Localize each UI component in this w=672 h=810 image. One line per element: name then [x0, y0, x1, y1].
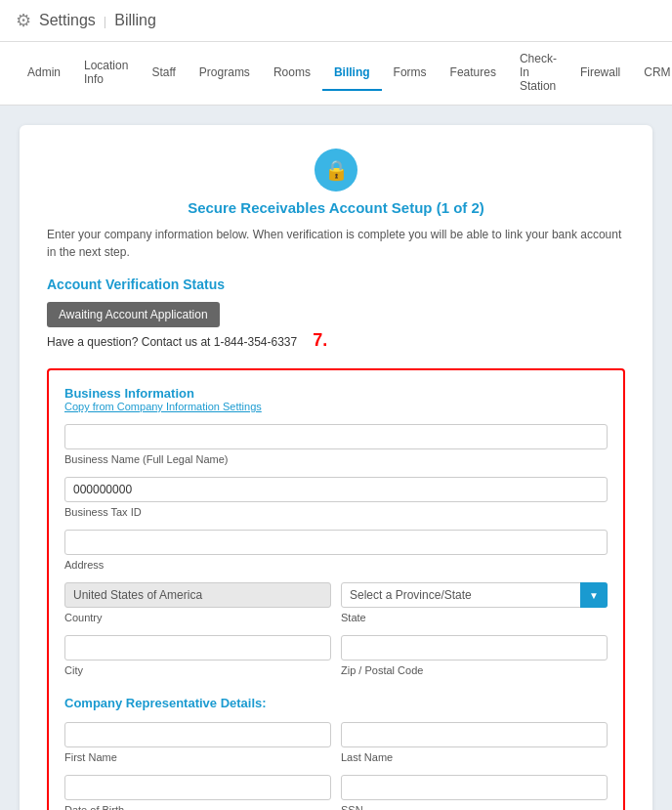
zip-col: Zip / Postal Code — [341, 635, 608, 688]
gear-icon: ⚙ — [16, 10, 31, 31]
nav-programs[interactable]: Programs — [188, 56, 262, 91]
last-name-label: Last Name — [341, 751, 608, 763]
nav-staff[interactable]: Staff — [140, 56, 187, 91]
settings-title: Settings — [39, 12, 96, 29]
state-label: State — [341, 612, 608, 623]
dob-ssn-row: Date of Birth SSN — [64, 775, 608, 810]
contact-text: Have a question? Contact us at 1-844-354… — [47, 335, 297, 349]
card-title: Secure Receivables Account Setup (1 of 2… — [47, 199, 625, 216]
dob-input[interactable] — [64, 775, 331, 800]
annotation-7: 7. — [313, 330, 327, 351]
zip-label: Zip / Postal Code — [341, 664, 608, 676]
lock-icon-wrap: 🔒 — [47, 149, 625, 192]
first-name-label: First Name — [64, 751, 331, 763]
city-group: City — [64, 635, 331, 676]
city-col: City — [64, 635, 331, 688]
tax-id-input[interactable] — [64, 477, 608, 502]
ssn-input[interactable] — [341, 775, 608, 800]
address-input[interactable] — [64, 530, 608, 555]
contact-row: Have a question? Contact us at 1-844-354… — [47, 327, 625, 353]
city-label: City — [64, 664, 331, 676]
billing-card: 🔒 Secure Receivables Account Setup (1 of… — [20, 125, 652, 810]
nav-billing[interactable]: Billing — [322, 56, 382, 91]
top-nav: Admin Location Info Staff Programs Rooms… — [0, 42, 672, 106]
last-name-col: Last Name — [341, 722, 608, 775]
ssn-group: SSN — [341, 775, 608, 810]
dob-col: Date of Birth — [64, 775, 331, 810]
copy-from-company-link[interactable]: Copy from Company Information Settings — [64, 401, 608, 412]
rep-details-title: Company Representative Details: — [64, 696, 608, 710]
business-form-section: Business Information Copy from Company I… — [47, 368, 625, 810]
header-separator: | — [104, 14, 106, 28]
nav-checkin-station[interactable]: Check-In Station — [508, 42, 568, 105]
country-state-row: Country Select a Province/State ▼ State — [64, 582, 608, 635]
dob-label: Date of Birth — [64, 804, 331, 810]
name-row: First Name Last Name — [64, 722, 608, 775]
main-content: 🔒 Secure Receivables Account Setup (1 of… — [0, 106, 672, 810]
business-info-title: Business Information — [64, 386, 194, 401]
nav-location-info[interactable]: Location Info — [72, 49, 140, 98]
state-select-wrap: Select a Province/State ▼ — [341, 582, 608, 608]
app-header: ⚙ Settings | Billing — [0, 0, 672, 42]
lock-icon: 🔒 — [315, 149, 357, 192]
dob-group: Date of Birth — [64, 775, 331, 810]
nav-crm[interactable]: CRM — [632, 56, 672, 91]
first-name-group: First Name — [64, 722, 331, 763]
zip-input[interactable] — [341, 635, 608, 661]
country-group: Country — [64, 582, 331, 623]
nav-forms[interactable]: Forms — [382, 56, 439, 91]
ssn-label: SSN — [341, 804, 608, 810]
business-name-label: Business Name (Full Legal Name) — [64, 453, 608, 465]
billing-title: Billing — [114, 12, 156, 29]
state-select[interactable]: Select a Province/State — [341, 582, 608, 608]
address-group: Address — [64, 530, 608, 571]
nav-features[interactable]: Features — [439, 56, 508, 91]
last-name-group: Last Name — [341, 722, 608, 763]
country-input[interactable] — [64, 582, 331, 608]
city-zip-row: City Zip / Postal Code — [64, 635, 608, 688]
state-group: Select a Province/State ▼ State — [341, 582, 608, 623]
state-col: Select a Province/State ▼ State — [341, 582, 608, 635]
zip-group: Zip / Postal Code — [341, 635, 608, 676]
first-name-col: First Name — [64, 722, 331, 775]
nav-rooms[interactable]: Rooms — [262, 56, 322, 91]
business-name-group: Business Name (Full Legal Name) — [64, 424, 608, 465]
country-col: Country — [64, 582, 331, 635]
last-name-input[interactable] — [341, 722, 608, 747]
city-input[interactable] — [64, 635, 331, 661]
card-description: Enter your company information below. Wh… — [47, 226, 625, 261]
tax-id-group: Business Tax ID — [64, 477, 608, 518]
verification-status-title: Account Verification Status — [47, 277, 625, 292]
country-label: Country — [64, 612, 331, 623]
nav-admin[interactable]: Admin — [16, 56, 72, 91]
tax-id-label: Business Tax ID — [64, 506, 608, 518]
awaiting-account-button[interactable]: Awaiting Account Application — [47, 302, 220, 327]
ssn-col: SSN — [341, 775, 608, 810]
nav-firewall[interactable]: Firewall — [568, 56, 632, 91]
first-name-input[interactable] — [64, 722, 331, 747]
address-label: Address — [64, 559, 608, 571]
business-name-input[interactable] — [64, 424, 608, 449]
